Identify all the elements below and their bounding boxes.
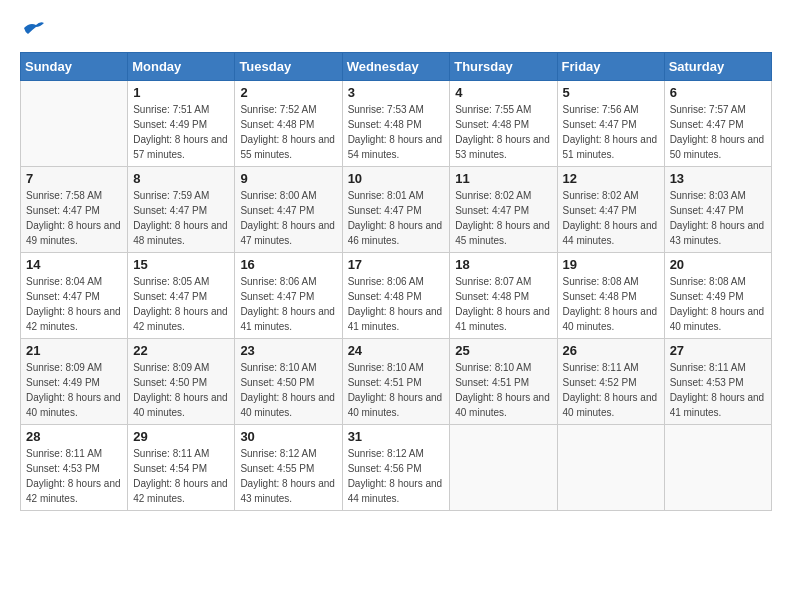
day-info: Sunrise: 8:11 AMSunset: 4:52 PMDaylight:… [563,360,659,420]
day-number: 10 [348,171,445,186]
calendar-cell [664,425,771,511]
calendar-cell: 11 Sunrise: 8:02 AMSunset: 4:47 PMDaylig… [450,167,557,253]
logo-bird-icon [22,20,44,36]
calendar-cell: 22 Sunrise: 8:09 AMSunset: 4:50 PMDaylig… [128,339,235,425]
day-number: 1 [133,85,229,100]
header-friday: Friday [557,53,664,81]
day-info: Sunrise: 8:08 AMSunset: 4:48 PMDaylight:… [563,274,659,334]
day-info: Sunrise: 7:53 AMSunset: 4:48 PMDaylight:… [348,102,445,162]
day-number: 5 [563,85,659,100]
header-saturday: Saturday [664,53,771,81]
day-info: Sunrise: 8:01 AMSunset: 4:47 PMDaylight:… [348,188,445,248]
calendar-cell: 23 Sunrise: 8:10 AMSunset: 4:50 PMDaylig… [235,339,342,425]
calendar-cell: 5 Sunrise: 7:56 AMSunset: 4:47 PMDayligh… [557,81,664,167]
calendar-cell: 29 Sunrise: 8:11 AMSunset: 4:54 PMDaylig… [128,425,235,511]
day-info: Sunrise: 7:51 AMSunset: 4:49 PMDaylight:… [133,102,229,162]
day-info: Sunrise: 8:10 AMSunset: 4:51 PMDaylight:… [455,360,551,420]
header-monday: Monday [128,53,235,81]
day-info: Sunrise: 7:55 AMSunset: 4:48 PMDaylight:… [455,102,551,162]
day-info: Sunrise: 7:52 AMSunset: 4:48 PMDaylight:… [240,102,336,162]
day-info: Sunrise: 8:09 AMSunset: 4:50 PMDaylight:… [133,360,229,420]
calendar-cell: 21 Sunrise: 8:09 AMSunset: 4:49 PMDaylig… [21,339,128,425]
day-info: Sunrise: 8:11 AMSunset: 4:54 PMDaylight:… [133,446,229,506]
day-info: Sunrise: 7:59 AMSunset: 4:47 PMDaylight:… [133,188,229,248]
day-number: 4 [455,85,551,100]
day-number: 3 [348,85,445,100]
calendar-cell: 1 Sunrise: 7:51 AMSunset: 4:49 PMDayligh… [128,81,235,167]
day-number: 8 [133,171,229,186]
day-info: Sunrise: 8:05 AMSunset: 4:47 PMDaylight:… [133,274,229,334]
week-row-4: 21 Sunrise: 8:09 AMSunset: 4:49 PMDaylig… [21,339,772,425]
day-number: 12 [563,171,659,186]
calendar-cell: 25 Sunrise: 8:10 AMSunset: 4:51 PMDaylig… [450,339,557,425]
calendar-cell: 4 Sunrise: 7:55 AMSunset: 4:48 PMDayligh… [450,81,557,167]
day-info: Sunrise: 8:02 AMSunset: 4:47 PMDaylight:… [563,188,659,248]
page-header [20,20,772,42]
day-number: 23 [240,343,336,358]
calendar-table: SundayMondayTuesdayWednesdayThursdayFrid… [20,52,772,511]
header-sunday: Sunday [21,53,128,81]
day-info: Sunrise: 8:10 AMSunset: 4:50 PMDaylight:… [240,360,336,420]
day-number: 15 [133,257,229,272]
header-thursday: Thursday [450,53,557,81]
day-info: Sunrise: 8:11 AMSunset: 4:53 PMDaylight:… [670,360,766,420]
calendar-header-row: SundayMondayTuesdayWednesdayThursdayFrid… [21,53,772,81]
calendar-cell: 15 Sunrise: 8:05 AMSunset: 4:47 PMDaylig… [128,253,235,339]
day-number: 19 [563,257,659,272]
calendar-cell: 31 Sunrise: 8:12 AMSunset: 4:56 PMDaylig… [342,425,450,511]
day-info: Sunrise: 8:10 AMSunset: 4:51 PMDaylight:… [348,360,445,420]
calendar-cell [557,425,664,511]
day-number: 28 [26,429,122,444]
day-number: 31 [348,429,445,444]
logo [20,20,44,42]
week-row-5: 28 Sunrise: 8:11 AMSunset: 4:53 PMDaylig… [21,425,772,511]
day-info: Sunrise: 8:09 AMSunset: 4:49 PMDaylight:… [26,360,122,420]
calendar-cell: 28 Sunrise: 8:11 AMSunset: 4:53 PMDaylig… [21,425,128,511]
day-info: Sunrise: 8:06 AMSunset: 4:48 PMDaylight:… [348,274,445,334]
day-info: Sunrise: 7:58 AMSunset: 4:47 PMDaylight:… [26,188,122,248]
calendar-cell: 17 Sunrise: 8:06 AMSunset: 4:48 PMDaylig… [342,253,450,339]
day-info: Sunrise: 8:04 AMSunset: 4:47 PMDaylight:… [26,274,122,334]
calendar-cell: 6 Sunrise: 7:57 AMSunset: 4:47 PMDayligh… [664,81,771,167]
day-number: 27 [670,343,766,358]
day-info: Sunrise: 7:56 AMSunset: 4:47 PMDaylight:… [563,102,659,162]
day-info: Sunrise: 8:07 AMSunset: 4:48 PMDaylight:… [455,274,551,334]
day-number: 29 [133,429,229,444]
calendar-cell: 19 Sunrise: 8:08 AMSunset: 4:48 PMDaylig… [557,253,664,339]
day-info: Sunrise: 7:57 AMSunset: 4:47 PMDaylight:… [670,102,766,162]
day-number: 25 [455,343,551,358]
day-number: 14 [26,257,122,272]
day-number: 6 [670,85,766,100]
calendar-cell: 7 Sunrise: 7:58 AMSunset: 4:47 PMDayligh… [21,167,128,253]
calendar-cell: 27 Sunrise: 8:11 AMSunset: 4:53 PMDaylig… [664,339,771,425]
calendar-cell: 30 Sunrise: 8:12 AMSunset: 4:55 PMDaylig… [235,425,342,511]
day-number: 17 [348,257,445,272]
day-number: 2 [240,85,336,100]
calendar-cell: 2 Sunrise: 7:52 AMSunset: 4:48 PMDayligh… [235,81,342,167]
day-number: 7 [26,171,122,186]
day-number: 9 [240,171,336,186]
calendar-cell: 18 Sunrise: 8:07 AMSunset: 4:48 PMDaylig… [450,253,557,339]
calendar-cell: 10 Sunrise: 8:01 AMSunset: 4:47 PMDaylig… [342,167,450,253]
day-info: Sunrise: 8:12 AMSunset: 4:56 PMDaylight:… [348,446,445,506]
day-number: 21 [26,343,122,358]
week-row-2: 7 Sunrise: 7:58 AMSunset: 4:47 PMDayligh… [21,167,772,253]
day-number: 24 [348,343,445,358]
calendar-cell: 20 Sunrise: 8:08 AMSunset: 4:49 PMDaylig… [664,253,771,339]
day-info: Sunrise: 8:02 AMSunset: 4:47 PMDaylight:… [455,188,551,248]
day-number: 16 [240,257,336,272]
calendar-cell: 14 Sunrise: 8:04 AMSunset: 4:47 PMDaylig… [21,253,128,339]
header-wednesday: Wednesday [342,53,450,81]
calendar-cell: 9 Sunrise: 8:00 AMSunset: 4:47 PMDayligh… [235,167,342,253]
day-info: Sunrise: 8:11 AMSunset: 4:53 PMDaylight:… [26,446,122,506]
calendar-cell: 26 Sunrise: 8:11 AMSunset: 4:52 PMDaylig… [557,339,664,425]
header-tuesday: Tuesday [235,53,342,81]
calendar-cell [21,81,128,167]
calendar-cell: 12 Sunrise: 8:02 AMSunset: 4:47 PMDaylig… [557,167,664,253]
calendar-cell: 8 Sunrise: 7:59 AMSunset: 4:47 PMDayligh… [128,167,235,253]
day-info: Sunrise: 8:00 AMSunset: 4:47 PMDaylight:… [240,188,336,248]
day-info: Sunrise: 8:08 AMSunset: 4:49 PMDaylight:… [670,274,766,334]
day-info: Sunrise: 8:12 AMSunset: 4:55 PMDaylight:… [240,446,336,506]
calendar-cell: 3 Sunrise: 7:53 AMSunset: 4:48 PMDayligh… [342,81,450,167]
day-number: 11 [455,171,551,186]
